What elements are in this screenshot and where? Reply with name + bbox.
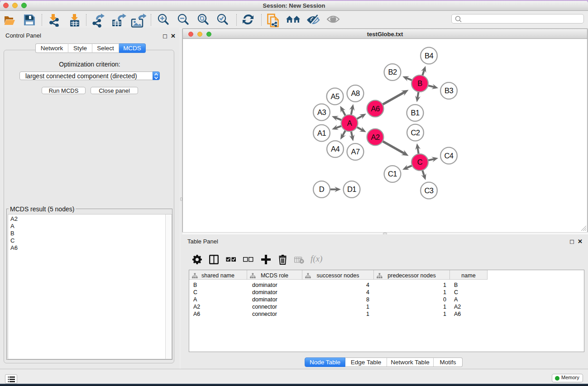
svg-text:A5: A5 bbox=[331, 92, 339, 100]
svg-text:A1: A1 bbox=[317, 129, 326, 137]
svg-text:A7: A7 bbox=[351, 148, 360, 156]
svg-text:B1: B1 bbox=[411, 109, 420, 117]
svg-text:A3: A3 bbox=[317, 108, 326, 116]
svg-text:B4: B4 bbox=[425, 52, 433, 60]
svg-text:A6: A6 bbox=[371, 105, 380, 113]
svg-text:A4: A4 bbox=[331, 145, 339, 153]
svg-text:C3: C3 bbox=[425, 186, 434, 195]
svg-text:C4: C4 bbox=[445, 152, 454, 160]
svg-text:A: A bbox=[347, 119, 352, 127]
svg-text:B: B bbox=[417, 79, 422, 87]
svg-text:C2: C2 bbox=[411, 129, 420, 137]
svg-text:C: C bbox=[417, 158, 423, 166]
svg-text:A2: A2 bbox=[371, 133, 380, 141]
svg-text:C1: C1 bbox=[388, 170, 397, 178]
svg-text:B2: B2 bbox=[388, 68, 397, 76]
svg-text:A8: A8 bbox=[351, 89, 360, 97]
svg-text:f(x): f(x) bbox=[311, 254, 322, 264]
svg-text:B3: B3 bbox=[445, 86, 453, 95]
svg-text:D1: D1 bbox=[347, 185, 356, 193]
svg-text:D: D bbox=[319, 185, 325, 193]
